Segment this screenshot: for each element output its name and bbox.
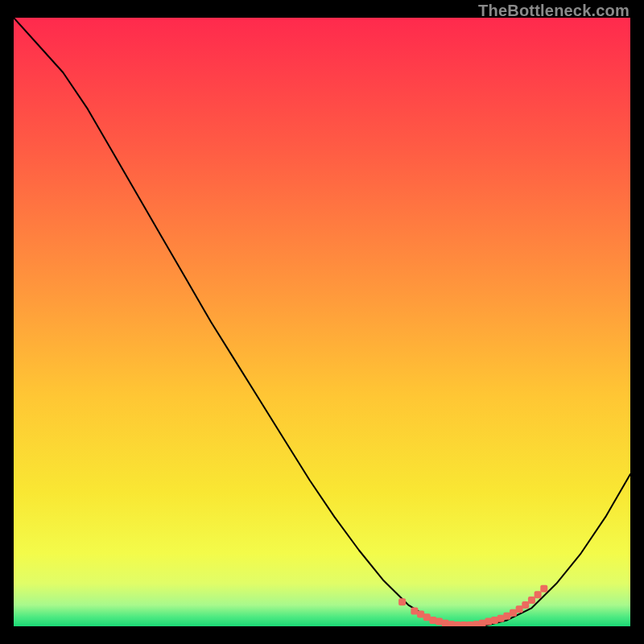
- optimal-marker: [503, 613, 510, 620]
- optimal-range-markers: [398, 585, 547, 626]
- optimal-marker: [528, 597, 535, 604]
- optimal-marker: [485, 617, 492, 625]
- optimal-marker: [510, 609, 517, 617]
- optimal-marker: [479, 620, 486, 626]
- optimal-marker: [448, 621, 455, 626]
- optimal-marker: [417, 610, 424, 617]
- optimal-marker: [398, 598, 406, 605]
- optimal-marker: [442, 620, 449, 626]
- optimal-marker: [535, 591, 542, 598]
- optimal-marker: [540, 585, 547, 592]
- optimal-marker: [460, 621, 468, 626]
- optimal-marker: [466, 621, 473, 626]
- plot-area: [14, 18, 630, 626]
- optimal-marker: [516, 605, 523, 613]
- optimal-marker: [491, 617, 498, 624]
- optimal-marker: [436, 617, 443, 625]
- optimal-marker: [473, 621, 480, 626]
- optimal-marker: [454, 621, 461, 626]
- optimal-marker: [423, 613, 431, 621]
- optimal-marker: [411, 608, 418, 615]
- optimal-marker: [522, 601, 529, 609]
- bottleneck-curve: [14, 18, 630, 626]
- curve-layer: [14, 18, 630, 626]
- optimal-marker: [497, 615, 505, 622]
- chart-frame: TheBottleneck.com: [0, 0, 644, 644]
- optimal-marker: [429, 617, 436, 624]
